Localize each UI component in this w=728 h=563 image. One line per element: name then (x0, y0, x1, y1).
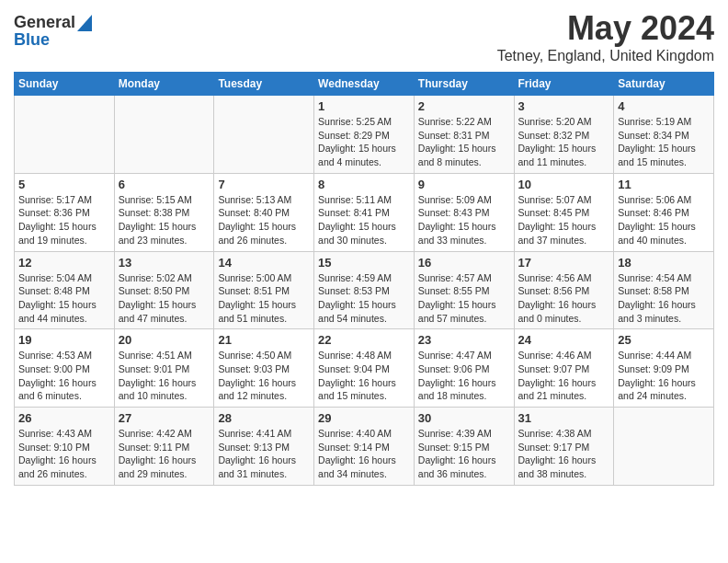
svg-marker-0 (77, 15, 92, 31)
day-number: 25 (618, 333, 710, 347)
cell-content: Sunrise: 5:15 AM Sunset: 8:38 PM Dayligh… (119, 193, 210, 247)
week-row-5: 26Sunrise: 4:43 AM Sunset: 9:10 PM Dayli… (15, 408, 714, 486)
week-row-4: 19Sunrise: 4:53 AM Sunset: 9:00 PM Dayli… (15, 329, 714, 408)
cell-content: Sunrise: 5:20 AM Sunset: 8:32 PM Dayligh… (518, 115, 610, 169)
cell-week3-day7: 18Sunrise: 4:54 AM Sunset: 8:58 PM Dayli… (614, 251, 714, 329)
cell-content: Sunrise: 4:41 AM Sunset: 9:13 PM Dayligh… (218, 427, 310, 481)
logo: General Blue (14, 13, 92, 50)
cell-content: Sunrise: 5:06 AM Sunset: 8:46 PM Dayligh… (618, 193, 710, 247)
cell-content: Sunrise: 5:11 AM Sunset: 8:41 PM Dayligh… (318, 193, 410, 247)
cell-week1-day4: 1Sunrise: 5:25 AM Sunset: 8:29 PM Daylig… (314, 96, 415, 174)
cell-content: Sunrise: 4:54 AM Sunset: 8:58 PM Dayligh… (618, 271, 710, 326)
cell-week2-day1: 5Sunrise: 5:17 AM Sunset: 8:36 PM Daylig… (15, 173, 115, 251)
cell-week3-day3: 14Sunrise: 5:00 AM Sunset: 8:51 PM Dayli… (214, 251, 314, 329)
day-number: 22 (318, 333, 410, 347)
day-number: 19 (18, 333, 110, 347)
cell-content: Sunrise: 5:02 AM Sunset: 8:50 PM Dayligh… (119, 271, 210, 326)
cell-week3-day4: 15Sunrise: 4:59 AM Sunset: 8:53 PM Dayli… (314, 251, 415, 329)
cell-week5-day3: 28Sunrise: 4:41 AM Sunset: 9:13 PM Dayli… (214, 408, 314, 486)
day-header-row: SundayMondayTuesdayWednesdayThursdayFrid… (15, 73, 714, 96)
cell-content: Sunrise: 5:17 AM Sunset: 8:36 PM Dayligh… (18, 193, 110, 247)
day-number: 9 (418, 178, 510, 191)
cell-content: Sunrise: 5:07 AM Sunset: 8:45 PM Dayligh… (518, 193, 610, 247)
day-number: 16 (418, 256, 510, 270)
day-number: 28 (218, 411, 310, 425)
day-number: 29 (318, 411, 410, 425)
day-number: 10 (518, 178, 610, 191)
cell-week2-day3: 7Sunrise: 5:13 AM Sunset: 8:40 PM Daylig… (214, 173, 314, 251)
cell-week5-day7 (614, 408, 714, 486)
cell-content: Sunrise: 4:50 AM Sunset: 9:03 PM Dayligh… (218, 349, 310, 403)
cell-week5-day2: 27Sunrise: 4:42 AM Sunset: 9:11 PM Dayli… (114, 408, 214, 486)
day-number: 26 (18, 411, 110, 425)
cell-week5-day6: 31Sunrise: 4:38 AM Sunset: 9:17 PM Dayli… (514, 408, 614, 486)
cell-content: Sunrise: 4:51 AM Sunset: 9:01 PM Dayligh… (119, 349, 210, 403)
header-sunday: Sunday (15, 73, 115, 96)
cell-content: Sunrise: 4:44 AM Sunset: 9:09 PM Dayligh… (618, 349, 710, 403)
logo-icon (77, 15, 92, 31)
day-number: 1 (318, 99, 410, 113)
header-friday: Friday (514, 73, 614, 96)
cell-week2-day4: 8Sunrise: 5:11 AM Sunset: 8:41 PM Daylig… (314, 173, 415, 251)
day-number: 3 (518, 99, 610, 113)
cell-week2-day2: 6Sunrise: 5:15 AM Sunset: 8:38 PM Daylig… (114, 173, 214, 251)
day-number: 21 (218, 333, 310, 347)
day-number: 23 (418, 333, 510, 347)
day-number: 20 (119, 333, 210, 347)
cell-content: Sunrise: 4:59 AM Sunset: 8:53 PM Dayligh… (318, 271, 410, 326)
day-number: 30 (418, 411, 510, 425)
cell-week4-day4: 22Sunrise: 4:48 AM Sunset: 9:04 PM Dayli… (314, 329, 415, 408)
header-wednesday: Wednesday (314, 73, 415, 96)
cell-week1-day7: 4Sunrise: 5:19 AM Sunset: 8:34 PM Daylig… (614, 96, 714, 174)
cell-content: Sunrise: 5:00 AM Sunset: 8:51 PM Dayligh… (218, 271, 310, 326)
cell-content: Sunrise: 5:22 AM Sunset: 8:31 PM Dayligh… (418, 115, 510, 169)
cell-week3-day5: 16Sunrise: 4:57 AM Sunset: 8:55 PM Dayli… (414, 251, 514, 329)
cell-content: Sunrise: 4:38 AM Sunset: 9:17 PM Dayligh… (518, 427, 610, 481)
logo-blue-text: Blue (14, 30, 50, 50)
cell-week4-day2: 20Sunrise: 4:51 AM Sunset: 9:01 PM Dayli… (114, 329, 214, 408)
cell-week2-day5: 9Sunrise: 5:09 AM Sunset: 8:43 PM Daylig… (414, 173, 514, 251)
cell-content: Sunrise: 4:46 AM Sunset: 9:07 PM Dayligh… (518, 349, 610, 403)
day-number: 24 (518, 333, 610, 347)
cell-week1-day2 (114, 96, 214, 174)
title-block: May 2024 Tetney, England, United Kingdom (497, 9, 714, 64)
week-row-1: 1Sunrise: 5:25 AM Sunset: 8:29 PM Daylig… (15, 96, 714, 174)
cell-week4-day6: 24Sunrise: 4:46 AM Sunset: 9:07 PM Dayli… (514, 329, 614, 408)
header-thursday: Thursday (414, 73, 514, 96)
cell-content: Sunrise: 5:13 AM Sunset: 8:40 PM Dayligh… (218, 193, 310, 247)
cell-week2-day7: 11Sunrise: 5:06 AM Sunset: 8:46 PM Dayli… (614, 173, 714, 251)
cell-week4-day3: 21Sunrise: 4:50 AM Sunset: 9:03 PM Dayli… (214, 329, 314, 408)
header-saturday: Saturday (614, 73, 714, 96)
cell-content: Sunrise: 4:48 AM Sunset: 9:04 PM Dayligh… (318, 349, 410, 403)
cell-content: Sunrise: 5:09 AM Sunset: 8:43 PM Dayligh… (418, 193, 510, 247)
cell-content: Sunrise: 4:57 AM Sunset: 8:55 PM Dayligh… (418, 271, 510, 326)
calendar-body: 1Sunrise: 5:25 AM Sunset: 8:29 PM Daylig… (15, 96, 714, 486)
calendar-table: SundayMondayTuesdayWednesdayThursdayFrid… (14, 72, 714, 486)
cell-content: Sunrise: 4:42 AM Sunset: 9:11 PM Dayligh… (119, 427, 210, 481)
cell-content: Sunrise: 4:40 AM Sunset: 9:14 PM Dayligh… (318, 427, 410, 481)
day-number: 4 (618, 99, 710, 113)
day-number: 31 (518, 411, 610, 425)
cell-content: Sunrise: 5:19 AM Sunset: 8:34 PM Dayligh… (618, 115, 710, 169)
calendar-title: May 2024 (497, 9, 714, 48)
cell-week5-day5: 30Sunrise: 4:39 AM Sunset: 9:15 PM Dayli… (414, 408, 514, 486)
cell-week5-day4: 29Sunrise: 4:40 AM Sunset: 9:14 PM Dayli… (314, 408, 415, 486)
day-number: 17 (518, 256, 610, 270)
cell-week4-day1: 19Sunrise: 4:53 AM Sunset: 9:00 PM Dayli… (15, 329, 115, 408)
calendar-header: SundayMondayTuesdayWednesdayThursdayFrid… (15, 73, 714, 96)
day-number: 11 (618, 178, 710, 191)
cell-week1-day5: 2Sunrise: 5:22 AM Sunset: 8:31 PM Daylig… (414, 96, 514, 174)
day-number: 15 (318, 256, 410, 270)
header-monday: Monday (114, 73, 214, 96)
cell-week1-day1 (15, 96, 115, 174)
cell-week3-day1: 12Sunrise: 5:04 AM Sunset: 8:48 PM Dayli… (15, 251, 115, 329)
day-number: 14 (218, 256, 310, 270)
cell-content: Sunrise: 4:43 AM Sunset: 9:10 PM Dayligh… (18, 427, 110, 481)
day-number: 13 (119, 256, 210, 270)
cell-week3-day2: 13Sunrise: 5:02 AM Sunset: 8:50 PM Dayli… (114, 251, 214, 329)
cell-week1-day3 (214, 96, 314, 174)
cell-week2-day6: 10Sunrise: 5:07 AM Sunset: 8:45 PM Dayli… (514, 173, 614, 251)
cell-content: Sunrise: 4:39 AM Sunset: 9:15 PM Dayligh… (418, 427, 510, 481)
cell-content: Sunrise: 4:56 AM Sunset: 8:56 PM Dayligh… (518, 271, 610, 326)
cell-content: Sunrise: 5:25 AM Sunset: 8:29 PM Dayligh… (318, 115, 410, 169)
